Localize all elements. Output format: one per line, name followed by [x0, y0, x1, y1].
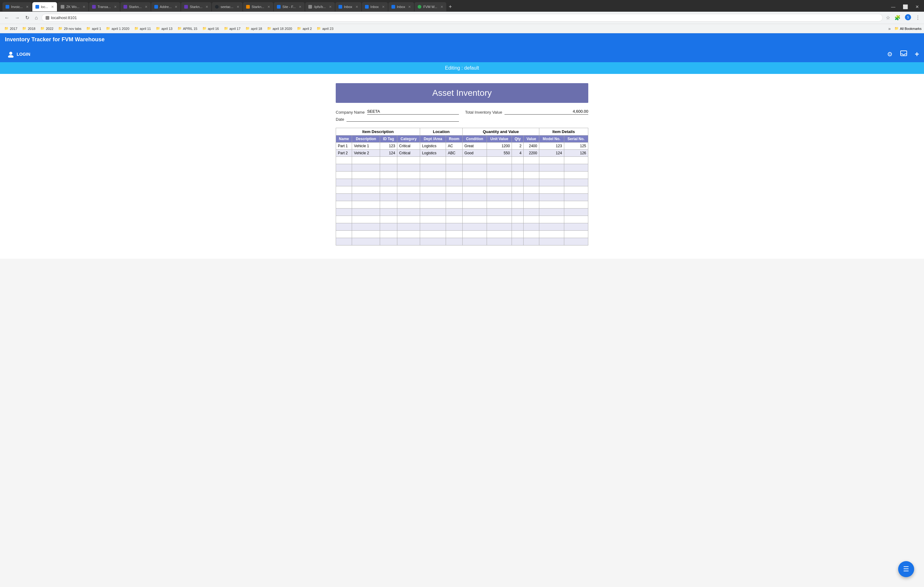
tab-7[interactable]: Starkn... ✕: [181, 2, 211, 12]
table-header-row: Name Description ID Tag Category Dept /A…: [336, 135, 588, 143]
tab-close-13[interactable]: ✕: [382, 5, 385, 9]
bookmark-april2[interactable]: 📁 april 2: [295, 26, 314, 31]
td-empty: [380, 223, 397, 231]
profile-button[interactable]: S: [904, 13, 912, 23]
tab-favicon-2: [35, 5, 39, 8]
tab-favicon-15: [417, 5, 421, 8]
bookmark-april13[interactable]: 📁 april 13: [154, 26, 174, 31]
td-empty: [539, 186, 564, 194]
td-empty: [462, 171, 487, 179]
td-empty: [420, 238, 446, 246]
tab-close-11[interactable]: ✕: [329, 5, 332, 9]
close-button[interactable]: ✕: [913, 4, 922, 10]
td-value: 2200: [524, 150, 539, 157]
tab-10[interactable]: Site - F... ✕: [274, 2, 305, 12]
td-model-no: 123: [539, 143, 564, 150]
app-title: Inventory Tracker for FVM Warehouse: [5, 36, 104, 43]
tab-close-7[interactable]: ✕: [205, 5, 208, 9]
settings-button[interactable]: ⚙: [886, 49, 894, 59]
td-room: AC: [446, 143, 463, 150]
td-empty: [487, 186, 512, 194]
tab-14[interactable]: Inbox ✕: [388, 2, 414, 12]
svg-text:S: S: [907, 16, 909, 19]
tab-close-12[interactable]: ✕: [355, 5, 358, 9]
bookmark-april16[interactable]: 📁 april 16: [201, 26, 221, 31]
bookmark-2018[interactable]: 📁 2018: [20, 26, 37, 31]
td-empty: [380, 179, 397, 186]
td-empty: [539, 194, 564, 201]
tab-13[interactable]: Inbox ✕: [362, 2, 388, 12]
tab-9[interactable]: Starkn... ✕: [243, 2, 273, 12]
tab-close-9[interactable]: ✕: [267, 5, 270, 9]
td-empty: [462, 208, 487, 216]
home-button[interactable]: ⌂: [33, 14, 40, 22]
tab-5[interactable]: Starkn... ✕: [120, 2, 151, 12]
tab-close-15[interactable]: ✕: [441, 5, 443, 9]
new-tab-button[interactable]: +: [447, 4, 454, 10]
url-text: localhost:8101: [51, 15, 879, 20]
bookmark-april18-2020[interactable]: 📁 april 18 2020: [265, 26, 294, 31]
login-button[interactable]: LOGIN: [4, 49, 34, 59]
bookmark-april17[interactable]: 📁 april 17: [222, 26, 243, 31]
back-button[interactable]: ←: [2, 14, 11, 22]
all-bookmarks[interactable]: 📁 All Bookmarks: [894, 26, 922, 30]
td-empty: [352, 201, 380, 208]
td-id-tag: 124: [380, 150, 397, 157]
td-empty: [352, 164, 380, 171]
forward-button[interactable]: →: [13, 14, 21, 22]
td-empty: [420, 179, 446, 186]
tab-11[interactable]: /ipfs/b... ✕: [305, 2, 335, 12]
bookmark-april11[interactable]: 📁 april 11: [132, 26, 153, 31]
td-empty: [446, 223, 463, 231]
bookmark-april15[interactable]: 📁 APRIL 15: [176, 26, 199, 31]
tab-close-8[interactable]: ✕: [236, 5, 239, 9]
td-empty: [487, 201, 512, 208]
tab-3[interactable]: ZK Wo... ✕: [58, 2, 88, 12]
td-empty: [446, 208, 463, 216]
minimize-button[interactable]: —: [889, 4, 898, 10]
bookmark-april18[interactable]: 📁 april 18: [244, 26, 264, 31]
tab-close-4[interactable]: ✕: [114, 5, 117, 9]
tab-close-2[interactable]: ✕: [51, 5, 54, 9]
tab-close-10[interactable]: ✕: [299, 5, 302, 9]
tab-12[interactable]: Inbox ✕: [335, 2, 361, 12]
td-empty: [420, 186, 446, 194]
bookmark-2022[interactable]: 📁 2022: [38, 26, 55, 31]
tab-close-14[interactable]: ✕: [408, 5, 411, 9]
tab-1[interactable]: Invoic... ✕: [2, 2, 32, 12]
date-value: [346, 121, 459, 122]
bookmark-button[interactable]: ☆: [884, 13, 891, 22]
tab-6[interactable]: Addre... ✕: [151, 2, 181, 12]
td-empty: [336, 231, 352, 238]
td-empty: [512, 171, 524, 179]
bookmark-april23[interactable]: 📁 april 23: [315, 26, 335, 31]
td-empty: [397, 201, 420, 208]
tab-2[interactable]: loc... ✕: [32, 2, 57, 12]
url-bar[interactable]: localhost:8101: [41, 14, 883, 21]
bookmark-april1-2020[interactable]: 📁 april 1 2020: [104, 26, 131, 31]
bookmarks-more-button[interactable]: »: [888, 26, 891, 31]
tab-close-1[interactable]: ✕: [26, 5, 29, 9]
tab-close-3[interactable]: ✕: [82, 5, 85, 9]
extensions-button[interactable]: 🧩: [893, 13, 902, 22]
tab-4[interactable]: Transa... ✕: [89, 2, 120, 12]
bookmark-april1[interactable]: 📁 april 1: [84, 26, 103, 31]
td-empty: [397, 157, 420, 164]
svg-point-3: [8, 55, 13, 58]
maximize-button[interactable]: ⬜: [900, 4, 911, 10]
reload-button[interactable]: ↻: [23, 13, 31, 22]
th-description: Description: [352, 135, 380, 143]
bookmark-2017[interactable]: 📁 2017: [2, 26, 19, 31]
td-empty: [336, 157, 352, 164]
add-button[interactable]: +: [914, 49, 920, 60]
tab-15[interactable]: FVM W... ✕: [414, 2, 446, 12]
td-empty: [564, 216, 588, 223]
tab-8[interactable]: seetac... ✕: [212, 2, 243, 12]
bookmark-29-nov[interactable]: 📁 29 nov tabs: [56, 26, 83, 31]
inbox-button[interactable]: [899, 48, 909, 60]
menu-button[interactable]: ⋮: [914, 13, 922, 22]
td-empty: [512, 238, 524, 246]
td-value: 2400: [524, 143, 539, 150]
tab-close-5[interactable]: ✕: [145, 5, 147, 9]
tab-close-6[interactable]: ✕: [175, 5, 177, 9]
